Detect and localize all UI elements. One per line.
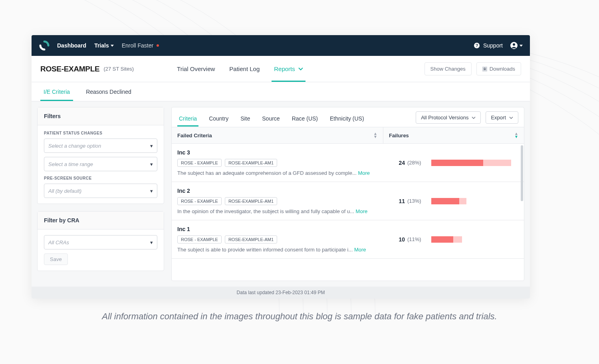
failure-count: 10: [389, 236, 405, 243]
app-window: Dashboard Trials Enroll Faster ? Support…: [32, 35, 530, 299]
criteria-tags: ROSE - EXAMPLEROSE-EXAMPLE-AM1: [177, 197, 378, 205]
table-row: Inc 2ROSE - EXAMPLEROSE-EXAMPLE-AM1In th…: [172, 182, 524, 220]
notification-dot-icon: [157, 44, 159, 47]
cra-select[interactable]: All CRAs ▾: [44, 235, 157, 249]
side-panel: Filters PATIENT STATUS CHANGES Select a …: [37, 107, 164, 281]
content-area: Filters PATIENT STATUS CHANGES Select a …: [32, 101, 530, 287]
column-failed-criteria-label: Failed Criteria: [177, 133, 212, 138]
table-header: Failed Criteria ▲▼ Failures ▲▼: [172, 127, 524, 144]
criteria-title: Inc 2: [177, 188, 378, 194]
tab-trial-overview[interactable]: Trial Overview: [170, 56, 222, 82]
more-link[interactable]: More: [358, 170, 370, 176]
export-label: Export: [491, 115, 506, 121]
failures-cell: 24(28%): [383, 144, 524, 182]
tag: ROSE - EXAMPLE: [177, 159, 222, 167]
caret-down-icon: [520, 45, 523, 47]
failures-cell: 11(13%): [383, 182, 524, 220]
tag: ROSE - EXAMPLE: [177, 235, 222, 243]
site-count: (27 ST Sites): [103, 66, 134, 72]
time-range-placeholder: Select a time range: [48, 161, 93, 167]
show-changes-button[interactable]: Show Changes: [424, 62, 472, 75]
report-tab-criteria[interactable]: Criteria: [177, 112, 198, 127]
export-dropdown[interactable]: Export: [486, 111, 518, 124]
chevron-down-icon: [509, 117, 513, 119]
tag: ROSE-EXAMPLE-AM1: [225, 197, 277, 205]
user-menu[interactable]: [510, 42, 523, 49]
tab-reports[interactable]: Reports: [267, 56, 310, 82]
nav-enroll-faster[interactable]: Enroll Faster: [122, 42, 159, 49]
filters-header: Filters: [38, 107, 164, 125]
nav-trials[interactable]: Trials: [94, 42, 114, 49]
svg-text:?: ?: [476, 43, 478, 48]
caret-down-icon: ▾: [150, 239, 153, 245]
criteria-title: Inc 3: [177, 149, 378, 156]
sort-icon: ▲▼: [373, 132, 377, 138]
filters-card: Filters PATIENT STATUS CHANGES Select a …: [37, 107, 164, 204]
caret-down-icon: ▾: [150, 143, 153, 149]
support-link[interactable]: ? Support: [474, 42, 503, 49]
main-panel: Criteria Country Site Source Race (US) E…: [171, 107, 524, 281]
protocol-versions-label: All Protocol Versions: [421, 115, 468, 121]
table-row: Inc 3ROSE - EXAMPLEROSE-EXAMPLE-AM1The s…: [172, 144, 524, 182]
downloads-button[interactable]: Downloads: [476, 62, 521, 75]
scrollbar[interactable]: [521, 145, 523, 201]
main-tabs: Trial Overview Patient Log Reports: [170, 56, 310, 82]
filter-cra-header: Filter by CRA: [38, 212, 164, 229]
tab-patient-log[interactable]: Patient Log: [222, 56, 267, 82]
support-label: Support: [483, 42, 503, 49]
table-body: Inc 3ROSE - EXAMPLEROSE-EXAMPLE-AM1The s…: [172, 144, 524, 281]
sort-icon: ▲▼: [514, 132, 518, 138]
report-tab-site[interactable]: Site: [239, 112, 252, 127]
titlebar: ROSE-EXAMPLE (27 ST Sites) Trial Overvie…: [32, 56, 530, 82]
status-changes-label: PATIENT STATUS CHANGES: [44, 131, 157, 135]
report-tab-source[interactable]: Source: [260, 112, 281, 127]
criteria-description: The subject has an adequate comprehensio…: [177, 170, 378, 176]
failure-count: 11: [389, 198, 405, 204]
save-button[interactable]: Save: [44, 253, 68, 265]
enroll-faster-label: Enroll Faster: [122, 42, 153, 49]
caret-down-icon: ▾: [150, 161, 153, 167]
failure-bar: [431, 198, 511, 204]
more-link[interactable]: More: [356, 208, 368, 214]
failure-percent: (28%): [407, 160, 425, 166]
caret-down-icon: [111, 45, 114, 47]
prescreen-source-label: PRE-SCREEN SOURCE: [44, 176, 157, 180]
failures-cell: 10(11%): [383, 220, 524, 258]
criteria-description: In the opinion of the investigator, the …: [177, 208, 378, 214]
report-tab-country[interactable]: Country: [207, 112, 230, 127]
report-card: Criteria Country Site Source Race (US) E…: [171, 107, 524, 281]
time-range-select[interactable]: Select a time range ▾: [44, 157, 157, 171]
change-option-placeholder: Select a change option: [48, 143, 101, 149]
download-icon: [482, 67, 487, 71]
topbar: Dashboard Trials Enroll Faster ? Support: [32, 35, 530, 56]
criteria-title: Inc 1: [177, 226, 378, 232]
failure-percent: (13%): [407, 198, 425, 204]
svg-point-3: [513, 44, 515, 46]
criteria-cell: Inc 1ROSE - EXAMPLEROSE-EXAMPLE-AM1The s…: [172, 220, 383, 258]
change-option-select[interactable]: Select a change option ▾: [44, 138, 157, 153]
report-tab-ethnicity[interactable]: Ethnicity (US): [328, 112, 366, 127]
report-tab-race[interactable]: Race (US): [290, 112, 319, 127]
column-failed-criteria[interactable]: Failed Criteria ▲▼: [172, 127, 383, 143]
failure-percent: (11%): [407, 236, 425, 242]
criteria-tags: ROSE - EXAMPLEROSE-EXAMPLE-AM1: [177, 235, 378, 243]
protocol-versions-dropdown[interactable]: All Protocol Versions: [416, 111, 481, 124]
nav-dashboard[interactable]: Dashboard: [57, 42, 86, 49]
tab-reports-label: Reports: [274, 65, 295, 72]
subtab-reasons-declined[interactable]: Reasons Declined: [83, 82, 135, 101]
tag: ROSE-EXAMPLE-AM1: [225, 159, 277, 167]
help-icon: ?: [474, 42, 480, 49]
downloads-label: Downloads: [490, 66, 515, 72]
criteria-description: The subject is able to provide written i…: [177, 247, 378, 253]
table-row: Inc 1ROSE - EXAMPLEROSE-EXAMPLE-AM1The s…: [172, 220, 524, 259]
failure-bar: [431, 160, 511, 166]
subtab-ie-criteria[interactable]: I/E Criteria: [40, 82, 73, 101]
disclaimer-text: All information contained in the images …: [0, 311, 599, 322]
more-link[interactable]: More: [354, 247, 366, 253]
prescreen-source-placeholder: All (by default): [48, 188, 81, 194]
criteria-cell: Inc 2ROSE - EXAMPLEROSE-EXAMPLE-AM1In th…: [172, 182, 383, 220]
subtabs: I/E Criteria Reasons Declined: [32, 82, 530, 101]
column-failures[interactable]: Failures ▲▼: [383, 127, 524, 143]
prescreen-source-select[interactable]: All (by default) ▾: [44, 184, 157, 198]
tag: ROSE-EXAMPLE-AM1: [225, 235, 277, 243]
